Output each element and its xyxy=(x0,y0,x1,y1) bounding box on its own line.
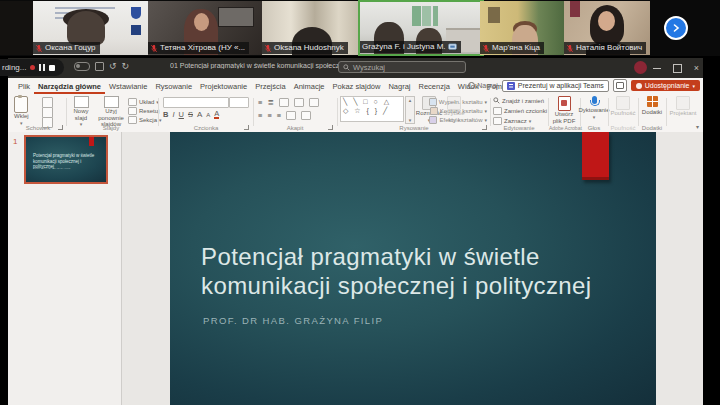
addins-button[interactable]: Dodatki xyxy=(640,96,664,116)
slide-thumbnail-panel: 1 Potencjał pragmatyki w świetle komunik… xyxy=(8,132,122,405)
underline-button[interactable]: U xyxy=(179,110,184,119)
undo-icon[interactable]: ↺ xyxy=(109,61,117,71)
text-direction-button[interactable] xyxy=(301,111,311,120)
recording-toolbar: rding... xyxy=(0,59,64,76)
account-avatar[interactable] xyxy=(634,61,647,74)
participant-face xyxy=(194,13,209,31)
tab-przejscia[interactable]: Przejścia xyxy=(251,80,289,94)
grow-font-button[interactable]: A xyxy=(197,110,202,119)
shape-outline-button[interactable]: Kontury kształtu▾ xyxy=(430,107,487,115)
video-tile[interactable]: Оксана Гоцур xyxy=(33,1,148,55)
video-tile[interactable]: Мар'яна Кіца xyxy=(480,1,564,55)
select-button[interactable]: Zaznacz ▾ xyxy=(493,117,531,125)
align-right-button[interactable]: ≡ xyxy=(277,111,281,120)
tab-wstawianie[interactable]: Wstawianie xyxy=(105,80,151,94)
strikethrough-button[interactable]: S xyxy=(188,110,193,119)
select-icon xyxy=(493,117,502,125)
dropdown-icon: ▾ xyxy=(484,108,487,114)
participant-silhouette xyxy=(67,11,105,45)
close-button[interactable]: × xyxy=(694,63,699,73)
share-button[interactable]: Udostępnianie ▾ xyxy=(631,80,700,91)
tab-recenzja[interactable]: Recenzja xyxy=(415,80,454,94)
group-sensitivity: Poufność Poufność xyxy=(609,94,637,131)
align-left-button[interactable]: ≡ xyxy=(258,111,262,120)
dialog-launcher-icon[interactable] xyxy=(328,125,333,130)
comments-button[interactable] xyxy=(613,79,627,92)
stop-recording-button[interactable] xyxy=(49,65,55,71)
columns-button[interactable] xyxy=(286,111,296,120)
recording-dot-icon xyxy=(30,65,35,70)
tab-nagraj[interactable]: Nagraj xyxy=(384,80,414,94)
align-center-button[interactable]: ≡ xyxy=(267,111,271,120)
tab-plik[interactable]: Plik xyxy=(14,80,34,94)
dialog-launcher-icon[interactable] xyxy=(58,125,63,130)
bold-button[interactable]: B xyxy=(163,110,168,119)
shape-effects-button[interactable]: Efekty kształtów▾ xyxy=(429,116,487,124)
save-icon[interactable] xyxy=(95,62,104,71)
present-in-teams-button[interactable]: Prezentuj w aplikacji Teams xyxy=(502,80,609,92)
share-person-icon xyxy=(636,83,642,89)
section-button[interactable]: Sekcja▾ xyxy=(128,116,162,124)
video-tile-active-speaker[interactable]: Grażyna F. i Justyna M. xyxy=(358,0,484,56)
sensitivity-button[interactable]: Poufność xyxy=(611,96,635,117)
bullets-button[interactable]: ≡ xyxy=(258,98,262,107)
slide-subtitle[interactable]: PROF. DR HAB. GRAŻYNA FILIP xyxy=(203,315,383,326)
numbering-button[interactable]: ≣ xyxy=(267,98,273,107)
indent-decrease-button[interactable] xyxy=(279,98,289,107)
autosave-toggle[interactable] xyxy=(74,62,90,71)
maximize-button[interactable] xyxy=(673,64,682,73)
pause-recording-button[interactable] xyxy=(39,64,44,71)
italic-button[interactable]: I xyxy=(172,110,174,119)
record-icon xyxy=(468,82,475,89)
video-tile-partial[interactable] xyxy=(0,1,33,55)
paste-button[interactable]: Wklej ▾ xyxy=(14,96,29,126)
video-tile[interactable]: Тетяна Хітрова (НУ «... xyxy=(148,1,262,55)
slide-thumbnail[interactable]: Potencjał pragmatyki w świetle komunikac… xyxy=(24,135,108,184)
layout-icon xyxy=(128,98,137,106)
tab-rysowanie[interactable]: Rysowanie xyxy=(151,80,196,94)
shape-fill-button[interactable]: Wypełn. kształtu▾ xyxy=(429,98,487,106)
tab-pokaz-slajdow[interactable]: Pokaz slajdów xyxy=(328,80,384,94)
indent-increase-button[interactable] xyxy=(294,98,304,107)
designer-icon xyxy=(676,96,690,110)
redo-icon[interactable]: ↻ xyxy=(122,61,130,71)
font-size-select[interactable] xyxy=(229,97,249,108)
create-pdf-button[interactable]: Utwórz plik PDF xyxy=(551,96,577,124)
titlebar: ↺ ↻ 01 Potencjał pragmatyki w świetle ko… xyxy=(8,58,703,78)
dictate-button[interactable]: Dyktowanie ▾ xyxy=(582,96,606,120)
tab-animacje[interactable]: Animacje xyxy=(290,80,329,94)
record-button[interactable]: Nagraj xyxy=(468,82,498,89)
font-color-button[interactable]: A xyxy=(214,110,219,119)
slide-number: 1 xyxy=(13,137,17,146)
tab-narzedzia-glowne[interactable]: Narzędzia główne xyxy=(34,80,105,94)
collapse-ribbon-icon[interactable]: ▾ xyxy=(696,123,699,130)
designer-button[interactable]: Projektant xyxy=(670,96,696,117)
layout-button[interactable]: Układ▾ xyxy=(128,98,159,106)
find-replace-button[interactable]: Znajdź i zamień xyxy=(493,97,544,104)
reuse-slides-button[interactable]: Użyj ponownie slajdów xyxy=(95,96,127,128)
dialog-launcher-icon[interactable] xyxy=(244,125,249,130)
new-slide-button[interactable]: Nowy slajd ▾ xyxy=(68,96,94,128)
dialog-launcher-icon[interactable] xyxy=(482,125,487,130)
slide-title[interactable]: Potencjał pragmatyki w świetle komunikac… xyxy=(201,242,641,300)
group-designer: Projektant xyxy=(667,94,699,131)
shrink-font-button[interactable]: A xyxy=(206,112,210,118)
video-tile[interactable]: Oksana Hudoshnyk xyxy=(262,1,358,55)
group-slides: Nowy slajd ▾ Użyj ponownie slajdów Układ… xyxy=(68,94,154,131)
shapes-gallery-scrollbar[interactable]: ▴▾ xyxy=(405,96,415,124)
font-name-select[interactable] xyxy=(163,97,229,108)
tab-projektowanie[interactable]: Projektowanie xyxy=(196,80,251,94)
find-icon xyxy=(493,97,500,104)
participant-name-badge: Тетяна Хітрова (НУ «... xyxy=(148,42,249,54)
minimize-button[interactable] xyxy=(653,68,661,69)
video-tile[interactable]: Наталія Войтович xyxy=(564,1,650,55)
group-label: Rysowanie xyxy=(340,125,488,131)
line-spacing-button[interactable] xyxy=(309,98,319,107)
participant-face xyxy=(598,11,615,31)
reset-button[interactable]: Resetuj xyxy=(128,107,159,115)
slide-canvas[interactable]: Potencjał pragmatyki w świetle komunikac… xyxy=(170,132,656,405)
replace-fonts-button[interactable]: Zamień czcionki xyxy=(493,107,547,115)
shapes-gallery[interactable]: ╲ ╲ □ ○ △ ◇ ☆ { } ╱ xyxy=(340,96,404,122)
next-participants-button[interactable] xyxy=(664,16,688,40)
search-box[interactable]: Wyszukaj xyxy=(338,61,466,73)
